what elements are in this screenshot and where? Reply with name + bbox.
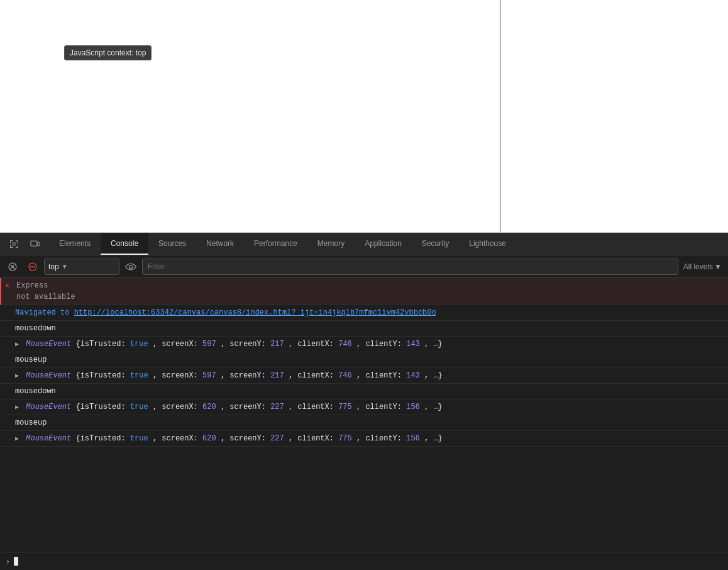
svg-rect-0 bbox=[13, 243, 15, 245]
svg-point-8 bbox=[130, 265, 133, 268]
expand-arrow-4[interactable]: ▶ bbox=[15, 435, 19, 442]
console-entry-mouseevent-3[interactable]: ▶ MouseEvent {isTrusted: true , screenX:… bbox=[0, 400, 728, 415]
console-entry-mouseevent-4[interactable]: ▶ MouseEvent {isTrusted: true , screenX:… bbox=[0, 431, 728, 447]
log-levels-selector[interactable]: All levels ▼ bbox=[681, 261, 724, 272]
levels-dropdown-arrow: ▼ bbox=[714, 262, 722, 271]
inspect-element-button[interactable] bbox=[5, 235, 23, 253]
navigated-url-link[interactable]: http://localhost:63342/canvas/canvas8/in… bbox=[74, 308, 436, 317]
viewport-divider bbox=[500, 0, 500, 232]
expand-arrow-1[interactable]: ▶ bbox=[15, 341, 19, 348]
live-expressions-button[interactable] bbox=[122, 258, 140, 276]
device-toggle-button[interactable] bbox=[26, 235, 44, 253]
console-entry-navigated: Navigated to http://localhost:63342/canv… bbox=[0, 305, 728, 321]
devtools-tabs-bar: Elements Console Sources Network Perform… bbox=[0, 233, 728, 255]
javascript-context-selector[interactable]: top ▼ bbox=[44, 259, 119, 275]
expand-arrow-3[interactable]: ▶ bbox=[15, 404, 19, 411]
console-cursor bbox=[14, 557, 18, 566]
console-entry-mousedown-1: mousedown bbox=[0, 321, 728, 337]
console-entry-mouseup-2: mouseup bbox=[0, 415, 728, 431]
tab-application[interactable]: Application bbox=[355, 233, 412, 255]
browser-viewport bbox=[0, 0, 728, 233]
console-input-area[interactable]: › bbox=[0, 552, 728, 570]
svg-rect-1 bbox=[31, 241, 37, 246]
error-icon: ✕ bbox=[5, 281, 9, 291]
console-entry-mousedown-2: mousedown bbox=[0, 384, 728, 400]
tab-network[interactable]: Network bbox=[196, 233, 244, 255]
tab-lighthouse[interactable]: Lighthouse bbox=[459, 233, 516, 255]
devtools-panel: Elements Console Sources Network Perform… bbox=[0, 233, 728, 570]
svg-rect-2 bbox=[38, 242, 40, 246]
console-toolbar: top ▼ All levels ▼ bbox=[0, 255, 728, 278]
expand-arrow-2[interactable]: ▶ bbox=[15, 372, 19, 379]
tab-performance[interactable]: Performance bbox=[244, 233, 307, 255]
context-dropdown-arrow: ▼ bbox=[62, 263, 68, 270]
devtools-icon-buttons bbox=[0, 235, 49, 253]
console-entry-mouseevent-1[interactable]: ▶ MouseEvent {isTrusted: true , screenX:… bbox=[0, 337, 728, 352]
console-entry-error: ✕ Express not available bbox=[0, 278, 728, 305]
clear-console-button[interactable] bbox=[4, 258, 21, 276]
block-requests-button[interactable] bbox=[24, 258, 41, 276]
console-output[interactable]: ✕ Express not available Navigated to htt… bbox=[0, 278, 728, 552]
tab-elements[interactable]: Elements bbox=[49, 233, 101, 255]
tab-console[interactable]: Console bbox=[101, 233, 148, 255]
console-prompt-symbol: › bbox=[5, 556, 10, 566]
tab-security[interactable]: Security bbox=[412, 233, 459, 255]
tab-sources[interactable]: Sources bbox=[148, 233, 196, 255]
console-filter-input[interactable] bbox=[142, 259, 678, 275]
console-entry-mouseevent-2[interactable]: ▶ MouseEvent {isTrusted: true , screenX:… bbox=[0, 368, 728, 384]
tab-memory[interactable]: Memory bbox=[307, 233, 355, 255]
console-entry-mouseup-1: mouseup bbox=[0, 352, 728, 368]
devtools-tabs-list: Elements Console Sources Network Perform… bbox=[49, 233, 516, 255]
